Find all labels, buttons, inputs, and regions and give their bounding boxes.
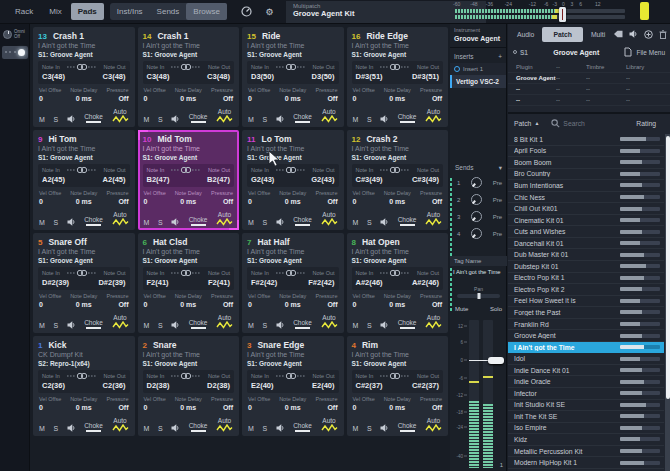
speaker-icon[interactable] — [276, 321, 285, 329]
rating-bar[interactable] — [620, 322, 660, 326]
choke-button[interactable]: Choke — [84, 113, 103, 123]
choke-button[interactable]: Choke — [189, 216, 208, 226]
pressure-value[interactable]: Off — [118, 95, 128, 102]
auto-button[interactable]: Auto — [321, 417, 338, 432]
trash-icon[interactable] — [659, 30, 667, 39]
drum-pad-rim[interactable]: 4RimI Ain't got the TimeS1: Groove Agent… — [347, 336, 449, 436]
patch-list-item[interactable]: Bum Intentionas — [508, 180, 664, 192]
link-icon[interactable] — [171, 269, 201, 277]
note-in-value[interactable]: C3(48) — [42, 72, 65, 81]
vel-offset-value[interactable]: 0 — [248, 404, 278, 411]
filter-cell[interactable]: -- — [626, 97, 662, 103]
note-delay-value[interactable]: 0 ms — [285, 95, 301, 102]
pan-thumb[interactable] — [477, 293, 480, 299]
speaker-icon[interactable] — [171, 424, 180, 432]
gear-icon[interactable]: ⚙ — [264, 6, 275, 17]
note-in-value[interactable]: E2(40) — [251, 381, 274, 390]
choke-button[interactable]: Choke — [293, 216, 312, 226]
link-icon[interactable] — [67, 269, 97, 277]
clip-indicator[interactable] — [640, 2, 649, 20]
tab-browse[interactable]: Browse — [186, 3, 227, 20]
choke-button[interactable]: Choke — [293, 319, 312, 329]
send-slot-2[interactable]: 2Pre — [450, 191, 507, 208]
pressure-value[interactable]: Off — [223, 301, 233, 308]
note-out-value[interactable]: D#2(39) — [98, 278, 125, 287]
auto-button[interactable]: Auto — [216, 314, 233, 329]
patch-list-item[interactable]: Cinematic Kit 01 — [508, 215, 664, 227]
slot-power-icon[interactable] — [513, 50, 517, 54]
send-pre-button[interactable]: Pre — [493, 214, 502, 220]
send-knob[interactable] — [471, 177, 482, 188]
send-slot-3[interactable]: 3Pre — [450, 208, 507, 225]
pad-mute-button[interactable]: M — [248, 322, 254, 329]
auto-button[interactable]: Auto — [112, 314, 129, 329]
drum-pad-crash-2[interactable]: 12Crash 2I Ain't got the TimeS1: Groove … — [347, 130, 449, 230]
rating-bar[interactable] — [620, 299, 660, 303]
patch-list-item[interactable]: Electro Pop Kit 2 — [508, 284, 664, 296]
rating-bar[interactable] — [620, 195, 660, 199]
note-in-value[interactable]: C2(36) — [42, 381, 65, 390]
patch-list-item[interactable]: Init Studio Kit SE — [508, 400, 664, 412]
rating-bar[interactable] — [620, 368, 660, 372]
send-knob[interactable] — [471, 194, 482, 205]
pressure-value[interactable]: Off — [327, 301, 337, 308]
insert-power-icon[interactable] — [454, 66, 460, 72]
note-delay-value[interactable]: 0 ms — [285, 198, 301, 205]
pad-solo-button[interactable]: S — [158, 322, 163, 329]
rating-bar[interactable] — [620, 207, 660, 211]
vel-offset-value[interactable]: 0 — [353, 404, 383, 411]
omni-knob-icon[interactable] — [3, 30, 12, 39]
pressure-value[interactable]: Off — [118, 301, 128, 308]
note-out-value[interactable]: A#2(46) — [412, 278, 439, 287]
pressure-value[interactable]: Off — [223, 404, 233, 411]
add-insert-button[interactable]: + — [498, 53, 502, 60]
rating-bar[interactable] — [620, 414, 660, 418]
auto-button[interactable]: Auto — [216, 417, 233, 432]
choke-button[interactable]: Choke — [189, 319, 208, 329]
link-icon[interactable] — [380, 63, 410, 71]
vel-offset-value[interactable]: 0 — [353, 95, 383, 102]
pad-solo-button[interactable]: S — [53, 322, 58, 329]
auto-button[interactable]: Auto — [112, 211, 129, 226]
note-delay-value[interactable]: 0 ms — [180, 301, 196, 308]
file-menu-button[interactable]: File Menu — [624, 47, 665, 57]
pad-mute-button[interactable]: M — [39, 219, 45, 226]
auto-button[interactable]: Auto — [112, 417, 129, 432]
drum-pad-hat-open[interactable]: 8Hat OpenI Ain't got the TimeS1: Groove … — [347, 233, 449, 333]
patch-list-item[interactable]: Iso Empire — [508, 423, 664, 435]
send-knob[interactable] — [471, 228, 482, 239]
patch-list-item[interactable]: April Fools — [508, 146, 664, 158]
pressure-value[interactable]: Off — [327, 95, 337, 102]
drum-pad-snare-edge[interactable]: 3Snare EdgeI Ain't got the TimeS1: Groov… — [242, 336, 344, 436]
chevron-down-icon[interactable]: ▾ — [499, 164, 502, 172]
speaker-icon[interactable] — [67, 321, 76, 329]
filter-cell[interactable]: Groove Agent — [508, 75, 556, 81]
note-delay-value[interactable]: 0 ms — [76, 301, 92, 308]
volume-fader-handle[interactable] — [488, 357, 504, 364]
filter-header[interactable]: Plugin — [508, 64, 556, 70]
drum-pad-crash-1[interactable]: 13Crash 1I Ain't got the TimeS1: Groove … — [33, 27, 135, 127]
link-icon[interactable] — [67, 372, 97, 380]
drum-pad-crash-1[interactable]: 14Crash 1I Ain't got the TimeS1: Groove … — [138, 27, 240, 127]
filter-cell[interactable]: -- — [556, 86, 586, 92]
filter-cell[interactable]: -- — [626, 86, 662, 92]
link-icon[interactable] — [380, 269, 410, 277]
browser-tab-multi[interactable]: Multi — [586, 28, 610, 41]
vel-offset-value[interactable]: 0 — [248, 95, 278, 102]
filter-cell[interactable]: -- — [626, 75, 662, 81]
insert-slot-1[interactable]: Insert 1 — [450, 63, 506, 75]
tag-name-value[interactable]: I Ain't got the Time — [450, 266, 507, 278]
pressure-value[interactable]: Off — [223, 198, 233, 205]
note-in-value[interactable]: D2(38) — [147, 381, 170, 390]
choke-button[interactable]: Choke — [293, 113, 312, 123]
pressure-value[interactable]: Off — [223, 95, 233, 102]
speaker-icon[interactable] — [380, 321, 389, 329]
patch-list-item[interactable]: Dubstep Kit 01 — [508, 261, 664, 273]
note-out-value[interactable]: C3(48) — [207, 72, 230, 81]
browser-tab-patch[interactable]: Patch — [542, 27, 583, 42]
insert-plugin-name[interactable]: Vertigo VSC-2 — [450, 75, 506, 88]
add-circle-icon[interactable] — [644, 30, 653, 39]
pad-solo-button[interactable]: S — [262, 322, 267, 329]
slot-indicator[interactable]: S1 — [513, 49, 528, 56]
drum-pad-ride-edge[interactable]: 16Ride EdgeI Ain't got the TimeS1: Groov… — [347, 27, 449, 127]
